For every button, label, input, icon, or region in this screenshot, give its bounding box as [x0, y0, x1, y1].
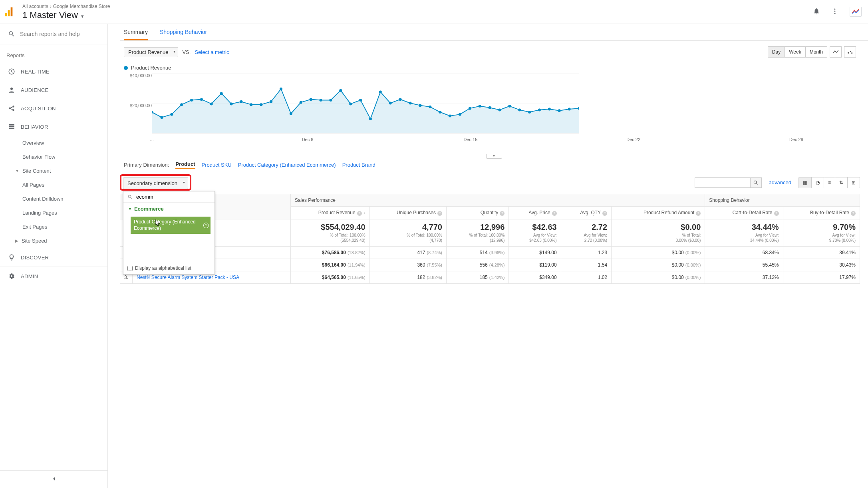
annotation-highlight: Secondary dimension ▼Ecommerce Product C… [120, 174, 191, 191]
tab-shopping-behavior[interactable]: Shopping Behavior [160, 29, 207, 40]
line-chart-icon [832, 49, 839, 55]
caret-down-icon: ▼ [128, 207, 132, 211]
svg-point-7 [10, 88, 13, 90]
breadcrumb[interactable]: All accounts›Google Merchandise Store [22, 4, 110, 9]
svg-point-54 [489, 106, 491, 109]
svg-point-57 [518, 108, 521, 111]
svg-point-47 [419, 104, 421, 107]
col-refund[interactable]: Product Refund Amount? [612, 207, 705, 219]
chevron-down-icon: ▾ [81, 13, 84, 19]
col-unique[interactable]: Unique Purchases? [369, 207, 446, 219]
more-vert-icon[interactable] [831, 8, 838, 16]
nav-site-content[interactable]: ▼Site Content [0, 164, 107, 178]
sec-dim-option-product-category[interactable]: Product Category (Enhanced Ecommerce) ? [131, 217, 211, 234]
nav-discover[interactable]: DISCOVER [0, 248, 107, 267]
sec-dim-search[interactable] [123, 191, 215, 203]
nav-behavior[interactable]: BEHAVIOR [0, 118, 107, 136]
col-ctd[interactable]: Cart-to-Detail Rate? [705, 207, 783, 219]
svg-point-10 [13, 110, 14, 111]
chart-type-motion[interactable] [844, 46, 856, 58]
vs-label: VS. [182, 49, 191, 55]
nav-all-pages[interactable]: All Pages [0, 178, 107, 192]
nav-audience[interactable]: AUDIENCE [0, 81, 107, 99]
svg-point-39 [339, 89, 342, 92]
table-tools: Secondary dimension ▼Ecommerce Product C… [120, 171, 868, 194]
col-btd[interactable]: Buy-to-Detail Rate? [783, 207, 860, 219]
svg-point-53 [479, 105, 481, 108]
view-selector[interactable]: All accounts›Google Merchandise Store 1 … [22, 4, 110, 20]
svg-point-32 [270, 100, 272, 103]
svg-point-28 [230, 102, 233, 105]
sort-desc-icon: ↓ [363, 211, 365, 215]
search-icon [127, 194, 133, 200]
svg-point-37 [320, 99, 322, 102]
metric-dropdown[interactable]: Product Revenue [124, 47, 178, 57]
help-icon[interactable]: ? [203, 223, 209, 228]
svg-point-56 [508, 105, 511, 108]
grain-day[interactable]: Day [768, 47, 785, 57]
nav-acquisition[interactable]: ACQUISITION [0, 99, 107, 118]
nav-landing-pages[interactable]: Landing Pages [0, 206, 107, 220]
grain-month[interactable]: Month [806, 47, 827, 57]
realtime-chart-icon[interactable] [850, 7, 862, 17]
search-input[interactable] [20, 31, 101, 37]
sec-dim-search-input[interactable] [136, 194, 211, 200]
view-pie[interactable]: ◔ [812, 177, 824, 188]
select-metric-link[interactable]: Select a metric [195, 49, 229, 55]
nav-content-drilldown[interactable]: Content Drilldown [0, 192, 107, 206]
dim-brand[interactable]: Product Brand [342, 162, 375, 168]
nav-site-speed[interactable]: ▶Site Speed [0, 234, 107, 248]
search-icon [753, 180, 759, 185]
search-icon [8, 30, 15, 38]
table-row[interactable]: 3.Nest® Secure Alarm System Starter Pack… [120, 271, 860, 284]
secondary-dimension-button[interactable]: Secondary dimension [123, 177, 188, 189]
svg-point-59 [538, 108, 541, 111]
dim-sku[interactable]: Product SKU [202, 162, 232, 168]
search-reports[interactable] [0, 24, 107, 44]
col-qty[interactable]: Quantity? [446, 207, 508, 219]
chart-type-line[interactable] [830, 46, 842, 58]
alpha-checkbox[interactable] [127, 266, 133, 271]
tab-summary[interactable]: Summary [124, 29, 148, 40]
nav-admin[interactable]: ADMIN [0, 267, 107, 285]
nav-realtime[interactable]: REAL-TIME [0, 62, 107, 81]
svg-point-52 [469, 107, 471, 110]
svg-point-3 [834, 8, 836, 10]
nav-exit-pages[interactable]: Exit Pages [0, 220, 107, 234]
notifications-icon[interactable] [813, 8, 820, 16]
advanced-filter-link[interactable]: advanced [769, 179, 791, 185]
col-avg-qty[interactable]: Avg. QTY? [561, 207, 611, 219]
svg-point-62 [568, 108, 571, 111]
svg-rect-0 [5, 13, 7, 16]
clock-icon [8, 68, 15, 75]
view-bar[interactable]: ≡ [824, 177, 835, 188]
svg-point-55 [498, 108, 501, 111]
sidebar: Reports REAL-TIME AUDIENCE ACQUISITION B… [0, 24, 108, 488]
view-pivot[interactable]: ⊞ [848, 177, 860, 188]
nav-behavior-flow[interactable]: Behavior Flow [0, 150, 107, 164]
table-search-input[interactable] [695, 177, 751, 188]
sec-dim-group-ecommerce[interactable]: ▼Ecommerce [123, 203, 215, 215]
dim-product[interactable]: Product [175, 161, 195, 169]
table-row[interactable]: $76,586.00(13.82%) 417(8.74%) 514(3.96%)… [120, 247, 860, 259]
col-avg-price[interactable]: Avg. Price? [509, 207, 561, 219]
svg-rect-11 [9, 124, 14, 125]
table-search-button[interactable] [751, 177, 762, 188]
table-search[interactable] [695, 177, 762, 188]
reports-label: Reports [0, 44, 107, 62]
svg-point-35 [300, 101, 302, 104]
table-row[interactable]: $66,164.00(11.94%) 360(7.55%) 556(4.28%)… [120, 259, 860, 271]
app-header: All accounts›Google Merchandise Store 1 … [0, 0, 868, 24]
col-revenue[interactable]: Product Revenue?↓ [290, 207, 369, 219]
grain-week[interactable]: Week [785, 47, 805, 57]
expand-chart[interactable]: ▾ [486, 154, 502, 159]
sec-dim-alphabetical[interactable]: Display as alphabetical list [123, 262, 215, 274]
dim-category[interactable]: Product Category (Enhanced Ecommerce) [238, 162, 336, 168]
svg-point-15 [850, 51, 851, 52]
caret-down-icon: ▼ [15, 169, 19, 173]
view-table[interactable]: ▦ [799, 177, 812, 188]
collapse-sidebar[interactable] [0, 470, 107, 488]
view-comparison[interactable]: ⇅ [835, 177, 848, 188]
nav-overview[interactable]: Overview [0, 136, 107, 150]
svg-point-38 [329, 99, 332, 102]
